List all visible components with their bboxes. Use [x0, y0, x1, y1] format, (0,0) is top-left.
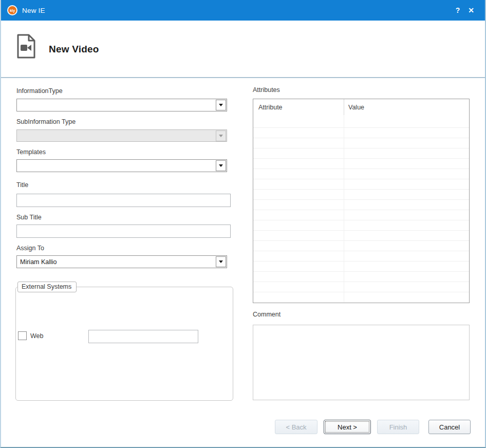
table-cell-value — [344, 231, 469, 240]
table-cell-attribute — [253, 190, 344, 199]
table-cell-attribute — [253, 282, 344, 292]
attributes-label: Attributes — [253, 86, 280, 94]
table-row[interactable] — [253, 210, 469, 220]
attributes-table: Attribute Value — [253, 99, 470, 303]
table-row[interactable] — [253, 271, 469, 282]
subinformation-type-label: SubInformation Type — [16, 118, 76, 125]
information-type-dropdown-button[interactable] — [216, 100, 226, 110]
table-cell-attribute — [253, 169, 344, 179]
attributes-table-header: Attribute Value — [253, 99, 469, 115]
assign-to-label: Assign To — [16, 245, 44, 252]
table-cell-value — [344, 138, 469, 148]
information-type-combo[interactable] — [16, 99, 227, 111]
assign-to-value: Miriam Kallio — [17, 258, 216, 266]
templates-label: Templates — [16, 148, 46, 156]
table-row[interactable] — [253, 158, 469, 169]
table-cell-value — [344, 220, 469, 230]
help-button[interactable]: ? — [451, 4, 464, 17]
table-cell-attribute — [253, 210, 344, 220]
table-cell-value — [344, 159, 469, 169]
web-checkbox-label: Web — [30, 332, 43, 340]
sub-title-label: Sub Title — [16, 214, 42, 221]
chevron-down-icon — [219, 135, 223, 137]
table-cell-attribute — [253, 231, 344, 240]
chevron-down-icon — [219, 260, 223, 263]
table-row[interactable] — [253, 240, 469, 251]
subinformation-type-combo — [16, 129, 227, 142]
finish-button[interactable]: Finish — [377, 420, 419, 434]
table-row[interactable] — [253, 148, 469, 158]
chevron-down-icon — [219, 104, 223, 106]
assign-to-dropdown-button[interactable] — [216, 256, 226, 267]
table-cell-value — [344, 241, 469, 251]
table-cell-value — [344, 200, 469, 210]
table-row[interactable] — [253, 199, 469, 210]
table-cell-attribute — [253, 220, 344, 230]
table-cell-attribute — [253, 272, 344, 282]
table-cell-value — [344, 262, 469, 271]
table-row[interactable] — [253, 115, 469, 127]
subinformation-type-dropdown-button — [216, 130, 226, 141]
web-input[interactable] — [88, 330, 198, 343]
table-cell-attribute — [253, 138, 344, 148]
table-cell-attribute — [253, 241, 344, 251]
table-cell-attribute — [253, 200, 344, 210]
templates-dropdown-button[interactable] — [216, 160, 226, 171]
table-cell-attribute — [253, 128, 344, 138]
table-cell-value — [344, 128, 469, 138]
external-systems-group — [15, 287, 233, 401]
table-cell-attribute — [253, 115, 344, 127]
page-title: New Video — [49, 44, 99, 55]
table-cell-attribute — [253, 179, 344, 189]
table-row[interactable] — [253, 127, 469, 138]
title-input[interactable] — [16, 194, 231, 207]
chevron-down-icon — [219, 164, 223, 167]
comment-textarea[interactable] — [253, 325, 470, 400]
web-checkbox[interactable] — [18, 331, 27, 340]
table-cell-value — [344, 292, 469, 302]
title-label: Title — [16, 181, 28, 189]
table-cell-value — [344, 115, 469, 127]
window-title: New IE — [22, 7, 45, 14]
app-badge-icon: kty — [7, 5, 17, 15]
templates-combo[interactable] — [16, 159, 227, 172]
window-titlebar[interactable]: kty New IE ? ✕ — [1, 0, 485, 21]
table-cell-value — [344, 251, 469, 261]
attributes-table-rows — [253, 115, 469, 302]
table-row[interactable] — [253, 251, 469, 261]
table-cell-attribute — [253, 292, 344, 302]
attributes-column-header-attribute[interactable]: Attribute — [253, 99, 344, 115]
table-cell-value — [344, 272, 469, 282]
video-document-icon — [16, 34, 35, 61]
cancel-button[interactable]: Cancel — [428, 420, 471, 434]
table-cell-value — [344, 210, 469, 220]
table-cell-value — [344, 282, 469, 292]
table-row[interactable] — [253, 282, 469, 292]
table-cell-value — [344, 190, 469, 199]
table-row[interactable] — [253, 220, 469, 230]
table-cell-attribute — [253, 159, 344, 169]
back-button[interactable]: < Back — [275, 420, 317, 434]
new-ie-dialog: kty New IE ? ✕ New Video InformationType… — [0, 0, 486, 448]
table-cell-value — [344, 148, 469, 158]
table-row[interactable] — [253, 230, 469, 240]
sub-title-input[interactable] — [16, 225, 231, 238]
close-button[interactable]: ✕ — [464, 4, 478, 17]
information-type-label: InformationType — [16, 87, 63, 95]
next-button[interactable]: Next > — [324, 420, 371, 434]
table-row[interactable] — [253, 189, 469, 199]
table-cell-attribute — [253, 251, 344, 261]
table-cell-attribute — [253, 262, 344, 271]
table-row[interactable] — [253, 138, 469, 148]
comment-label: Comment — [253, 311, 281, 318]
table-cell-attribute — [253, 148, 344, 158]
table-row[interactable] — [253, 261, 469, 271]
attributes-column-header-value[interactable]: Value — [344, 99, 469, 115]
header-divider — [1, 77, 485, 78]
table-cell-value — [344, 179, 469, 189]
table-row[interactable] — [253, 179, 469, 189]
table-cell-value — [344, 169, 469, 179]
table-row[interactable] — [253, 292, 469, 302]
table-row[interactable] — [253, 169, 469, 179]
assign-to-combo[interactable]: Miriam Kallio — [16, 255, 227, 268]
